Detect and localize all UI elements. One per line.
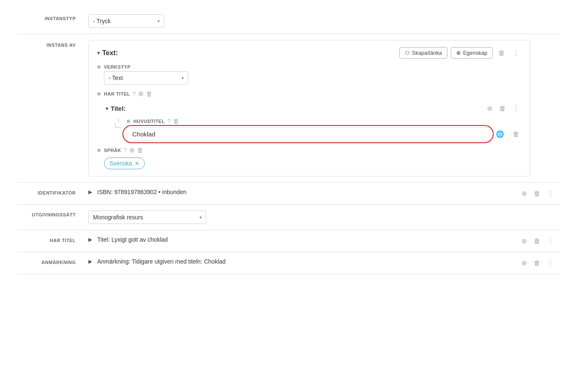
har-titel-trash-icon[interactable]: 🗑 xyxy=(146,90,152,97)
anmarkning-add-button[interactable]: ⊕ xyxy=(519,258,529,268)
utgivningssatt-row: UTGIVNINGSSÄTT Monografisk resurs ▾ xyxy=(17,205,560,230)
huvudtitel-help-icon[interactable]: ? xyxy=(168,118,170,124)
har-titel-dot xyxy=(97,92,101,96)
choklad-trash-button[interactable]: 🗑 xyxy=(511,130,521,139)
verkstyp-dot xyxy=(97,65,101,69)
har-titel-row: HAR TITEL ▶ Titel: Lyxigt gott av chokla… xyxy=(17,230,560,252)
titel-add-button[interactable]: ⊕ xyxy=(485,104,495,113)
card-trash-button[interactable]: 🗑 xyxy=(496,48,507,58)
sprak-dot xyxy=(97,149,101,152)
titel-more-button[interactable]: ⋮ xyxy=(511,104,521,113)
titel-trash-button[interactable]: 🗑 xyxy=(497,104,508,113)
anmarkning-more-button[interactable]: ⋮ xyxy=(545,258,556,268)
huvudtitel-dot xyxy=(127,120,130,123)
instanstyp-select[interactable]: - Tryck xyxy=(88,14,164,28)
identifikator-row: IDENTIFIKATOR ▶ ISBN: 9789197863902 • in… xyxy=(17,183,560,205)
card-title: ▾ Text: xyxy=(97,49,118,57)
instanstyp-row: INSTANSTYP - Tryck ▾ xyxy=(17,8,560,34)
titel-title: ▾ Titel: xyxy=(106,105,126,112)
har-titel-value: ▶ Titel: Lyxigt gott av choklad xyxy=(88,236,511,243)
har-titel-label: HAR TITEL xyxy=(104,91,130,96)
identifikator-label: IDENTIFIKATOR xyxy=(38,190,76,195)
verkstyp-select-wrapper: - Text ▾ xyxy=(104,71,188,85)
card-more-button[interactable]: ⋮ xyxy=(511,48,521,58)
har-titel-row-more-button[interactable]: ⋮ xyxy=(545,236,556,246)
instans-av-label: INSTANS AV xyxy=(46,43,76,48)
instans-av-row: INSTANS AV ▾ Text: ⚇ Skapa/länka xyxy=(17,34,560,183)
har-titel-help-icon[interactable]: ? xyxy=(133,91,136,97)
card-chevron-icon[interactable]: ▾ xyxy=(97,50,100,56)
titel-actions: ⊕ 🗑 ⋮ xyxy=(485,104,521,113)
har-titel-add-icon[interactable]: ⊕ xyxy=(138,90,144,98)
har-titel-row-trash-button[interactable]: 🗑 xyxy=(532,237,542,246)
sprak-add-icon[interactable]: ⊕ xyxy=(129,146,135,154)
identifikator-add-button[interactable]: ⊕ xyxy=(519,189,529,198)
link-icon: ⚇ xyxy=(405,50,410,56)
huvudtitel-row: HUVUDTITEL ? 🗑 🌐 🗑 xyxy=(114,117,521,141)
anmarkning-expand-icon[interactable]: ▶ xyxy=(88,259,92,264)
anmarkning-row: ANMÄRKNING ▶ Anmärkning: Tidigare utgive… xyxy=(17,252,560,274)
identifikator-value: ▶ ISBN: 9789197863902 • inbunden xyxy=(88,189,511,195)
sprak-help-icon[interactable]: ? xyxy=(124,147,127,153)
instanstyp-label: INSTANSTYP xyxy=(45,16,76,21)
har-titel-row-add-button[interactable]: ⊕ xyxy=(519,236,529,246)
instanstyp-select-wrapper: - Tryck ▾ xyxy=(88,14,164,28)
choklad-highlight-wrapper xyxy=(127,127,489,141)
titel-section: ▾ Titel: ⊕ 🗑 ⋮ xyxy=(106,104,521,141)
plus-icon: ⊕ xyxy=(456,50,461,56)
svenska-remove-icon[interactable]: ✕ xyxy=(135,160,139,167)
identifikator-more-button[interactable]: ⋮ xyxy=(545,189,556,198)
sprak-label: SPRÅK xyxy=(104,148,121,153)
skapa-lanka-button[interactable]: ⚇ Skapa/länka xyxy=(399,47,448,59)
titel-chevron-icon[interactable]: ▾ xyxy=(106,106,108,112)
egenskap-button[interactable]: ⊕ Egenskap xyxy=(451,47,493,59)
choklad-input[interactable] xyxy=(127,127,489,141)
identifikator-trash-button[interactable]: 🗑 xyxy=(532,189,542,198)
verkstyp-label: VERKSTYP xyxy=(104,64,130,69)
anmarkning-label: ANMÄRKNING xyxy=(42,260,76,265)
sprak-trash-icon[interactable]: 🗑 xyxy=(137,147,144,154)
svenska-chip: Svenska ✕ xyxy=(104,157,145,169)
choklad-globe-icon[interactable]: 🌐 xyxy=(494,129,506,139)
har-titel-row-label: HAR TITEL xyxy=(50,238,76,243)
huvudtitel-trash-icon[interactable]: 🗑 xyxy=(173,117,179,125)
instans-av-card: ▾ Text: ⚇ Skapa/länka ⊕ Egenskap xyxy=(88,40,530,176)
huvudtitel-label: HUVUDTITEL xyxy=(133,119,165,124)
verkstyp-select[interactable]: - Text xyxy=(104,71,188,85)
card-actions: ⚇ Skapa/länka ⊕ Egenskap 🗑 ⋮ xyxy=(399,47,521,59)
anmarkning-value: ▶ Anmärkning: Tidigare utgiven med titel… xyxy=(88,258,511,265)
utgivningssatt-select-wrapper: Monografisk resurs ▾ xyxy=(88,211,206,224)
anmarkning-trash-button[interactable]: 🗑 xyxy=(532,259,542,268)
har-titel-expand-icon[interactable]: ▶ xyxy=(88,237,92,243)
utgivningssatt-select[interactable]: Monografisk resurs xyxy=(88,211,206,224)
identifikator-expand-icon[interactable]: ▶ xyxy=(88,189,92,195)
utgivningssatt-label: UTGIVNINGSSÄTT xyxy=(32,212,76,217)
